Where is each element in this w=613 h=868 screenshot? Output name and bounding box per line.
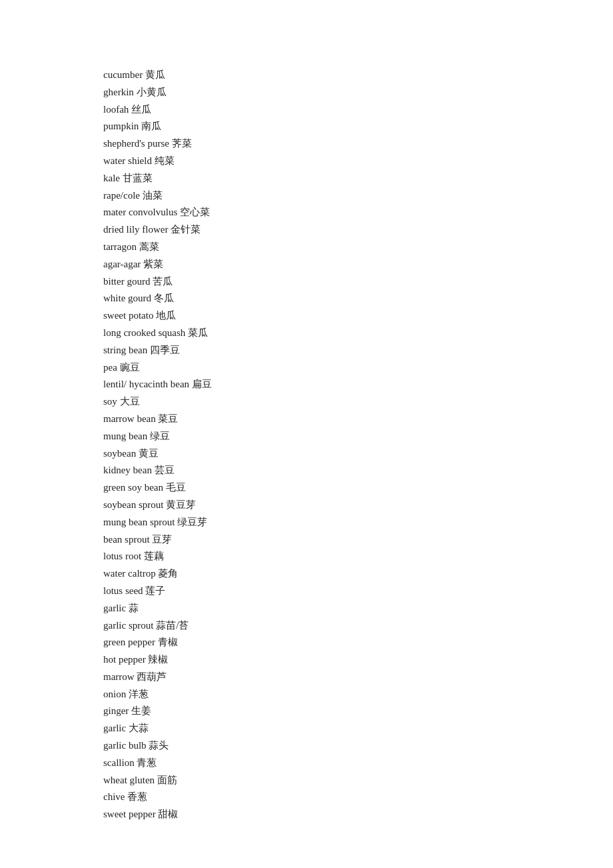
chinese-term: 丝瓜 [131, 104, 151, 115]
list-item: mung bean 绿豆 [103, 428, 613, 445]
english-term: green soy bean [103, 482, 163, 493]
chinese-term: 洋葱 [129, 689, 149, 699]
list-item: rape/cole 油菜 [103, 187, 613, 205]
list-item: garlic sprout 蒜苗/苔 [103, 617, 613, 635]
chinese-term: 冬瓜 [154, 293, 174, 303]
list-item: marrow 西葫芦 [103, 669, 613, 686]
english-term: sweet potato [103, 310, 153, 321]
english-term: scallion [103, 757, 135, 768]
chinese-term: 面筋 [157, 775, 177, 785]
english-term: mung bean [103, 431, 147, 441]
english-term: soybean sprout [103, 499, 163, 510]
chinese-term: 绿豆 [150, 431, 170, 441]
list-item: shepherd's purse 荠菜 [103, 135, 613, 153]
english-term: hot pepper [103, 654, 146, 665]
list-item: soybean sprout 黄豆芽 [103, 497, 613, 514]
english-term: string bean [103, 345, 147, 355]
english-term: marrow bean [103, 413, 156, 424]
chinese-term: 油菜 [143, 190, 163, 201]
chinese-term: 扁豆 [192, 379, 212, 389]
english-term: soy [103, 396, 117, 407]
chinese-term: 黄豆 [139, 448, 159, 459]
list-item: dried lily flower 金针菜 [103, 221, 613, 239]
chinese-term: 菜豆 [158, 413, 178, 424]
list-item: mung bean sprout 绿豆芽 [103, 514, 613, 531]
chinese-term: 荠菜 [172, 138, 192, 149]
list-item: lentil/ hycacinth bean 扁豆 [103, 376, 613, 393]
english-term: white gourd [103, 293, 151, 303]
list-item: sweet potato 地瓜 [103, 307, 613, 325]
chinese-term: 菜瓜 [188, 327, 208, 338]
list-item: scallion 青葱 [103, 755, 613, 772]
english-term: bean sprout [103, 534, 150, 545]
english-term: mung bean sprout [103, 517, 175, 527]
chinese-term: 甘蓝菜 [123, 173, 153, 183]
chinese-term: 莲藕 [144, 551, 164, 561]
english-term: chive [103, 791, 125, 802]
english-term: gherkin [103, 87, 134, 97]
english-term: dried lily flower [103, 224, 168, 235]
chinese-term: 南瓜 [141, 121, 161, 131]
chinese-term: 青椒 [158, 637, 178, 647]
english-term: bitter gourd [103, 276, 150, 287]
chinese-term: 黄瓜 [145, 69, 165, 80]
list-item: loofah 丝瓜 [103, 101, 613, 119]
english-term: pea [103, 362, 117, 373]
chinese-term: 黄豆芽 [166, 499, 196, 510]
list-item: kidney bean 芸豆 [103, 462, 613, 479]
list-item: mater convolvulus 空心菜 [103, 204, 613, 221]
list-item: hot pepper 辣椒 [103, 651, 613, 669]
chinese-term: 青葱 [137, 757, 157, 768]
english-term: water caltrop [103, 568, 156, 579]
list-item: water caltrop 菱角 [103, 565, 613, 583]
english-term: marrow [103, 671, 135, 682]
list-item: garlic 大蒜 [103, 720, 613, 737]
chinese-term: 莲子 [145, 585, 165, 596]
chinese-term: 大蒜 [129, 723, 149, 733]
list-item: lotus root 莲藕 [103, 548, 613, 565]
english-term: kale [103, 173, 120, 183]
list-item: green soy bean 毛豆 [103, 479, 613, 497]
chinese-term: 蒜苗/苔 [156, 620, 189, 631]
list-item: sweet pepper 甜椒 [103, 806, 613, 823]
english-term: ginger [103, 705, 129, 716]
chinese-term: 香葱 [127, 791, 147, 802]
english-term: sweet pepper [103, 809, 156, 819]
chinese-term: 生姜 [131, 705, 151, 716]
list-item: gherkin 小黄瓜 [103, 84, 613, 101]
chinese-term: 苦瓜 [153, 276, 173, 287]
chinese-term: 绿豆芽 [177, 517, 207, 527]
english-term: cucumber [103, 69, 143, 80]
english-term: water shield [103, 155, 152, 166]
english-term: tarragon [103, 241, 137, 252]
list-item: lotus seed 莲子 [103, 583, 613, 600]
english-term: pumpkin [103, 121, 139, 131]
english-term: onion [103, 689, 126, 699]
list-item: onion 洋葱 [103, 686, 613, 703]
chinese-term: 大豆 [120, 396, 140, 407]
chinese-term: 甜椒 [158, 809, 178, 819]
list-item: cucumber 黄瓜 [103, 67, 613, 84]
english-term: mater convolvulus [103, 207, 177, 217]
list-item: water shield 纯菜 [103, 153, 613, 170]
english-term: agar-agar [103, 259, 141, 269]
chinese-term: 蒿菜 [139, 241, 159, 252]
list-item: garlic 蒜 [103, 600, 613, 617]
english-term: loofah [103, 104, 129, 115]
english-term: garlic bulb [103, 740, 147, 751]
list-item: agar-agar 紫菜 [103, 256, 613, 273]
list-item: ginger 生姜 [103, 703, 613, 720]
chinese-term: 菱角 [158, 568, 178, 579]
english-term: wheat gluten [103, 775, 155, 785]
chinese-term: 空心菜 [180, 207, 210, 217]
english-term: garlic [103, 603, 126, 613]
english-term: lentil/ hycacinth bean [103, 379, 189, 389]
vocabulary-list: cucumber 黄瓜gherkin 小黄瓜loofah 丝瓜pumpkin 南… [103, 67, 613, 823]
chinese-term: 毛豆 [166, 482, 186, 493]
list-item: chive 香葱 [103, 789, 613, 806]
chinese-term: 芸豆 [155, 465, 175, 475]
list-item: tarragon 蒿菜 [103, 239, 613, 256]
list-item: garlic bulb 蒜头 [103, 737, 613, 755]
english-term: lotus root [103, 551, 141, 561]
english-term: shepherd's purse [103, 138, 169, 149]
